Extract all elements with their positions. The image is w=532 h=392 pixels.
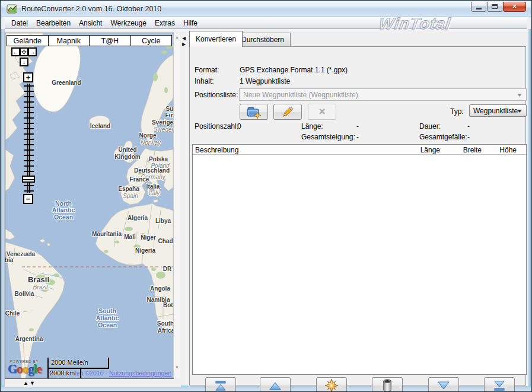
map-layer-mapnik[interactable]: Mapnik [49,36,90,46]
map-label: Brazil [33,284,47,291]
map-label: Chad [158,238,173,244]
pan-center-icon [21,49,27,55]
move-to-top-icon [214,381,227,391]
move-down-button[interactable] [428,377,459,392]
map-label: Deutschland [134,167,170,174]
new-positionlist-button[interactable] [240,104,268,120]
add-position-button[interactable] [316,377,347,392]
typ-label: Typ: [450,107,464,116]
map-label: Nigeria [135,247,155,254]
pan-down-button[interactable]: ↓ [20,58,28,66]
map-label: Sweden [154,126,173,133]
rename-positionlist-button[interactable] [273,104,302,120]
title-bar[interactable]: RouteConverter 2.0 vom 16. Oktober 2010 … [1,1,531,17]
close-button[interactable]: × [503,2,526,12]
tab-durchstoebern[interactable]: Durchstöbern [235,33,291,46]
app-icon [7,4,17,14]
column-laenge[interactable]: Länge [403,146,440,154]
column-beschreibung[interactable]: Beschreibung [195,146,238,154]
map-label: Norge [139,132,157,139]
collapse-right-icon[interactable]: ▶ [182,42,186,47]
delete-position-button[interactable] [372,377,403,392]
minimize-button[interactable] [471,2,486,12]
map-label: Algeria [128,215,148,221]
map-label: bia [5,257,13,263]
collapse-down-icon[interactable]: ▼ [30,381,35,386]
menu-item-extras[interactable]: Extras [151,18,179,28]
map-panel: GreenlandIcelandSuFinSverigeSwedenNorgeN… [5,33,174,379]
zoom-in-button[interactable]: + [23,72,33,82]
scale-bar [47,368,109,369]
map-label: Spain [123,193,138,199]
move-to-top-button[interactable] [205,377,236,392]
plus-icon: + [26,74,31,81]
scale-tick-left [47,358,49,378]
map-label: Kingdom [114,154,140,160]
google-logo-letter: o [23,362,28,376]
maximize-button[interactable] [487,2,502,12]
maximize-icon [492,4,498,9]
map-label: Libya [155,218,171,224]
menu-item-ansicht[interactable]: Ansicht [75,18,106,28]
positionszahl-value: 0 [237,122,241,130]
google-logo-letter: g [28,362,34,376]
pan-center-button[interactable] [20,47,28,56]
menu-item-werkzeuge[interactable]: Werkzeuge [106,18,150,28]
map-label: Su [166,106,173,112]
map-label: Norway [141,139,161,146]
tab-konvertieren[interactable]: Konvertieren [189,31,243,47]
position-actions [190,377,527,392]
menu-item-bearbeiten[interactable]: Bearbeiten [32,18,75,28]
move-up-icon [269,381,282,390]
collapse-left-icon[interactable]: ◀ [182,36,186,41]
collapse-up-icon[interactable]: ▲ [23,381,28,386]
rename-pencil-icon [281,105,295,119]
map-label: Ocean [54,213,73,221]
positionsliste-combobox[interactable]: Neue Wegpunktliste (Wegpunktliste) [239,88,527,101]
map-layer-gelnde[interactable]: Gelände [7,36,49,46]
pan-right-button[interactable]: → [28,47,37,56]
map-label: Sverige [152,119,173,126]
map-label: Africa [158,327,173,334]
map-label: Ocean [98,321,117,329]
move-to-bottom-button[interactable] [484,377,515,392]
window-title: RouteConverter 2.0 vom 16. Oktober 2010 [21,5,161,13]
map-label: Iceland [90,123,110,129]
gesamtgefaelle-value: - [467,133,470,141]
terms-link[interactable]: Nutzungsbedingungen [109,369,171,377]
positionsliste-label: Positionsliste: [195,91,238,99]
column-breite[interactable]: Breite [445,146,482,154]
menu-item-hilfe[interactable]: Hilfe [179,18,202,28]
map-label: DR Co [163,266,173,272]
map-label: Mali [124,234,135,240]
scroll-up-icon[interactable]: ▲ [175,35,179,39]
delete-position-icon [381,378,393,392]
google-logo[interactable]: Google [8,362,42,377]
chevron-down-icon [517,94,522,99]
zoom-slider-handle[interactable] [22,176,35,183]
map-layer-th[interactable]: T@H [90,36,131,46]
zoom-out-button[interactable]: − [23,194,33,204]
scale-tick-miles [108,358,109,369]
positionszahl-label: Positionszahl: [195,122,238,130]
vertical-splitter[interactable]: ◀ ▶ [181,29,188,385]
map-vertical-scrollbar[interactable]: ▲ ▼ [173,33,180,378]
move-to-bottom-icon [493,381,506,391]
typ-combobox[interactable]: Wegpunktliste [469,104,527,117]
delete-positionlist-button[interactable]: × [308,104,336,120]
menu-bar: DateiBearbeitenAnsichtWerkzeugeExtrasHil… [5,17,527,29]
pan-left-button[interactable]: ← [11,47,20,56]
positions-table: Beschreibung Länge Breite Höhe [192,144,527,375]
arrow-down-icon: ↓ [23,59,26,65]
map-label: Brasil [28,275,49,284]
map-label: Botsw [163,302,173,308]
map-layer-cycle[interactable]: Cycle [131,36,172,46]
map-canvas[interactable]: GreenlandIcelandSuFinSverigeSwedenNorgeN… [5,33,173,378]
map-label: Fin [165,112,174,119]
horizontal-splitter[interactable]: ▲ ▼ [5,380,181,387]
column-hoehe[interactable]: Höhe [483,146,517,154]
scroll-down-icon[interactable]: ▼ [175,365,179,369]
converter-panel: Konvertieren Durchstöbern Format: GPS Ex… [188,29,528,386]
menu-item-datei[interactable]: Datei [7,18,32,28]
move-up-button[interactable] [260,377,291,392]
